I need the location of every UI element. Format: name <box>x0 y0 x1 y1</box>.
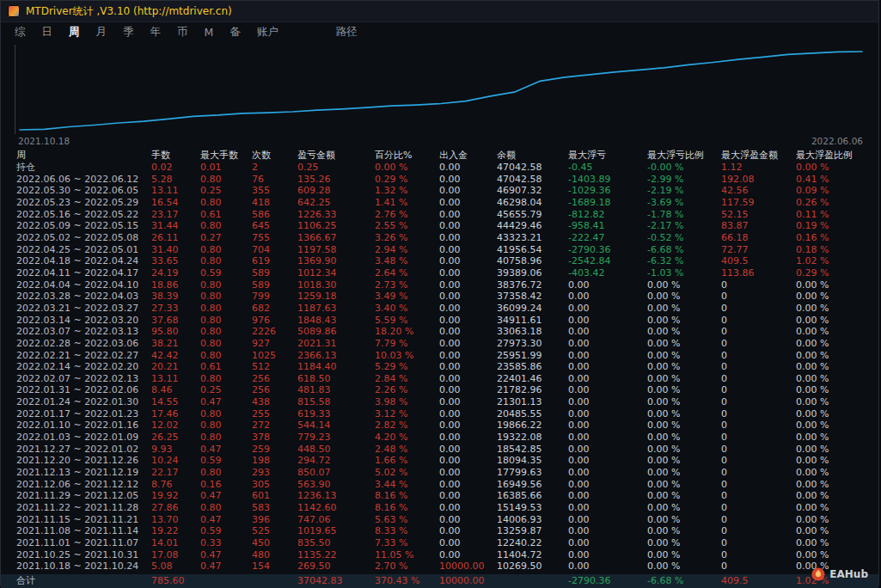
table-cell: 0 <box>721 291 796 303</box>
table-row[interactable]: 2022.05.16 ~ 2022.05.2223.170.615861226.… <box>1 209 878 221</box>
table-cell: 2.48 % <box>375 444 439 456</box>
table-cell: 0.00 <box>439 209 497 221</box>
menu-item-account[interactable]: 账户 <box>257 25 278 40</box>
menu-item-currency[interactable]: 币 <box>177 25 188 40</box>
table-row[interactable]: 2021.11.15 ~ 2021.11.2113.700.47396747.0… <box>1 514 878 526</box>
table-row[interactable]: 2021.10.18 ~ 2021.10.245.080.47154269.50… <box>1 560 878 573</box>
table-cell: 0.47 <box>200 514 252 526</box>
table-row[interactable]: 2021.12.06 ~ 2021.12.128.760.16305563.90… <box>1 479 878 491</box>
table-cell: 10000.00 <box>439 574 497 588</box>
table-row[interactable]: 2022.02.28 ~ 2022.03.0638.210.809272021.… <box>1 338 878 350</box>
table-row[interactable]: 2021.11.22 ~ 2021.11.2827.860.805831142.… <box>1 502 878 514</box>
table-cell: 22401.46 <box>497 373 568 385</box>
table-cell: 1226.33 <box>297 209 375 221</box>
menu-item-yearly[interactable]: 年 <box>150 25 162 40</box>
table-cell: 26.25 <box>151 432 200 444</box>
table-cell: 2022.01.31 ~ 2022.02.06 <box>16 384 151 396</box>
table-row[interactable]: 2022.05.30 ~ 2022.06.0513.110.25355609.2… <box>1 185 878 197</box>
column-header[interactable]: 最大浮盈比例 <box>796 149 878 162</box>
table-cell: 3.44 % <box>375 479 439 491</box>
table-row[interactable]: 2022.05.23 ~ 2022.05.2916.540.80418642.2… <box>1 197 878 209</box>
table-cell: 10269.50 <box>497 560 568 573</box>
table-cell: 5.59 % <box>375 315 439 327</box>
table-cell: 0.26 % <box>796 197 878 209</box>
column-header[interactable]: 周 <box>16 149 151 162</box>
menu-item-weekly[interactable]: 周 <box>69 25 80 40</box>
column-header[interactable]: 最大浮亏 <box>568 149 647 162</box>
table-cell: 0.00 <box>568 315 647 327</box>
table-row[interactable]: 2022.03.14 ~ 2022.03.2037.680.809761848.… <box>1 315 878 327</box>
column-header[interactable]: 手数 <box>151 149 200 162</box>
table-cell: 47042.58 <box>497 174 568 186</box>
table-row[interactable]: 2022.05.09 ~ 2022.05.1531.440.806451106.… <box>1 220 878 232</box>
table-row[interactable]: 2022.04.04 ~ 2022.04.1018.860.805891018.… <box>1 279 878 291</box>
table-cell: 0 <box>721 467 796 479</box>
table-cell: 0.00 <box>568 479 647 491</box>
table-cell: 42.42 <box>151 350 200 362</box>
table-row[interactable]: 2021.11.29 ~ 2021.12.0519.920.476011236.… <box>1 490 878 502</box>
table-cell: 2.55 % <box>375 220 439 232</box>
table-row[interactable]: 2021.12.27 ~ 2022.01.029.930.47259448.50… <box>1 444 878 456</box>
table-cell: 0.80 <box>200 197 252 209</box>
table-row[interactable]: 2022.01.31 ~ 2022.02.068.460.25256481.83… <box>1 384 878 396</box>
table-row[interactable]: 2022.02.07 ~ 2022.02.1313.110.80256618.5… <box>1 373 878 385</box>
menu-item-memo[interactable]: 备 <box>229 25 241 40</box>
column-header[interactable]: 最大浮盈金额 <box>721 149 796 162</box>
column-header[interactable]: 盈亏金额 <box>297 149 375 162</box>
table-row[interactable]: 2021.11.08 ~ 2021.11.1419.220.595251019.… <box>1 525 878 537</box>
table-row[interactable]: 2022.03.07 ~ 2022.03.1395.800.8022265089… <box>1 326 878 338</box>
title-bar[interactable]: MTDriver统计 ,V3.10 (http://mtdriver.cn) <box>1 1 878 22</box>
column-header[interactable]: 最大手数 <box>200 149 252 162</box>
table-cell: 0.00 % <box>647 326 721 338</box>
table-cell: 113.86 <box>721 267 796 279</box>
table-row[interactable]: 2021.10.25 ~ 2021.10.3117.080.474801135.… <box>1 549 878 561</box>
table-row[interactable]: 2022.04.25 ~ 2022.05.0131.400.807041197.… <box>1 244 878 256</box>
table-cell: 41956.54 <box>497 244 568 256</box>
table-cell: 13.11 <box>151 185 200 197</box>
column-header[interactable]: 余额 <box>497 149 568 162</box>
table-cell: 0.00 % <box>796 502 878 514</box>
table-row[interactable]: 2021.11.01 ~ 2021.11.0714.010.33450835.5… <box>1 537 878 549</box>
menu-item-daily[interactable]: 日 <box>42 25 53 40</box>
table-cell: 0.25 <box>297 162 375 174</box>
table-row[interactable]: 2022.01.03 ~ 2022.01.0926.250.80378779.2… <box>1 432 878 444</box>
table-cell: 31.40 <box>151 244 200 256</box>
table-row[interactable]: 2022.05.02 ~ 2022.05.0826.110.277551366.… <box>1 232 878 244</box>
table-cell: -3.69 % <box>647 197 721 209</box>
column-header[interactable]: 出入金 <box>439 149 497 162</box>
column-header[interactable]: 次数 <box>252 149 297 162</box>
table-cell: 438 <box>252 396 297 408</box>
table-cell: 0 <box>721 537 796 549</box>
column-header[interactable]: 最大浮亏比例 <box>647 149 721 162</box>
table-row[interactable]: 2022.01.24 ~ 2022.01.3014.550.47438815.5… <box>1 396 878 408</box>
menu-item-quarterly[interactable]: 季 <box>123 25 134 40</box>
table-row[interactable]: 2022.01.17 ~ 2022.01.2317.460.80255619.3… <box>1 408 878 420</box>
menu-item-monthly[interactable]: 月 <box>96 25 107 40</box>
table-row[interactable]: 2021.12.13 ~ 2021.12.1922.170.80293850.0… <box>1 467 878 479</box>
table-cell: 609.28 <box>297 185 375 197</box>
table-cell: 38376.72 <box>497 279 568 291</box>
table-row[interactable]: 2022.03.21 ~ 2022.03.2727.330.806821187.… <box>1 303 878 315</box>
table-cell: 0.80 <box>200 303 252 315</box>
table-row[interactable]: 2022.03.28 ~ 2022.04.0338.390.807991259.… <box>1 291 878 303</box>
table-cell: 合计 <box>16 574 151 588</box>
table-cell: 682 <box>252 303 297 315</box>
table-cell: 0.00 <box>439 291 497 303</box>
menu-item-path[interactable]: 路径 <box>336 25 358 40</box>
table-cell: 2022.06.06 ~ 2022.06.12 <box>16 174 151 186</box>
table-row[interactable]: 2022.01.10 ~ 2022.01.1612.020.80272544.1… <box>1 420 878 432</box>
table-cell: 24.19 <box>151 267 200 279</box>
table-row[interactable]: 2022.02.21 ~ 2022.02.2742.420.8010252366… <box>1 350 878 362</box>
table-row[interactable]: 2022.04.18 ~ 2022.04.2433.650.806191369.… <box>1 255 878 267</box>
table-cell: 0 <box>721 303 796 315</box>
table-cell: 0.00 % <box>647 455 721 467</box>
table-row[interactable]: 持仓0.020.0120.250.00 %0.0047042.58-0.45-0… <box>1 162 878 174</box>
table-row[interactable]: 2022.06.06 ~ 2022.06.125.280.8076135.260… <box>1 174 878 186</box>
table-cell: 18542.85 <box>497 444 568 456</box>
table-row[interactable]: 2021.12.20 ~ 2021.12.2610.240.59198294.7… <box>1 455 878 467</box>
menu-item-summary[interactable]: 综 <box>15 25 26 40</box>
menu-item-m[interactable]: M <box>205 26 214 39</box>
table-row[interactable]: 2022.02.14 ~ 2022.02.2020.210.615121184.… <box>1 361 878 373</box>
table-row[interactable]: 2022.04.11 ~ 2022.04.1724.190.595891012.… <box>1 267 878 279</box>
column-header[interactable]: 百分比% <box>375 149 439 162</box>
